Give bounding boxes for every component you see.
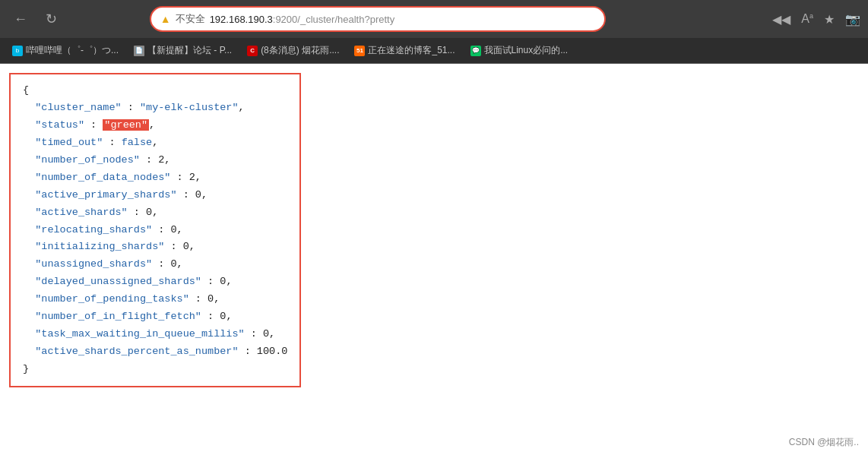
bookmark-forum-label: 【新提醒】论坛 - P...: [147, 44, 232, 57]
address-bar[interactable]: ▲ 不安全 192.168.190.3:9200/_cluster/health…: [150, 6, 606, 32]
val-initializing: 0: [183, 241, 189, 252]
json-response-box: { "cluster_name" : "my-elk-cluster", "st…: [9, 73, 301, 387]
key-initializing: "initializing_shards": [35, 241, 164, 252]
reader-mode-icon[interactable]: ◀◀: [772, 12, 790, 27]
nav-bar: ← ↻ ▲ 不安全 192.168.190.3:9200/_cluster/he…: [0, 0, 868, 38]
json-line-primary-shards: "active_primary_shards" : 0,: [23, 187, 287, 204]
json-line-initializing: "initializing_shards" : 0,: [23, 239, 287, 256]
key-cluster-name: "cluster_name": [35, 102, 121, 113]
bookmark-51[interactable]: 51 正在迷途的博客_51...: [348, 42, 461, 59]
warning-icon: ▲: [160, 13, 171, 25]
json-line-cluster-name: "cluster_name" : "my-elk-cluster",: [23, 100, 287, 117]
bookmarks-bar: b 哔哩哔哩（゜-゜）つ... 📄 【新提醒】论坛 - P... C (8条消息…: [0, 38, 868, 64]
back-button[interactable]: ←: [8, 8, 33, 30]
url-host: 192.168.190.3: [210, 14, 273, 25]
json-line-in-flight: "number_of_in_flight_fetch" : 0,: [23, 308, 287, 326]
favorite-icon[interactable]: ★: [824, 12, 835, 27]
key-status: "status": [35, 119, 84, 131]
key-task-max: "task_max_waiting_in_queue_millis": [35, 328, 244, 340]
val-primary-shards: 0: [195, 189, 201, 201]
json-line-data-nodes: "number_of_data_nodes" : 2,: [23, 169, 287, 187]
key-nodes: "number_of_nodes": [35, 154, 140, 166]
bookmark-wx[interactable]: 💬 我面试Linux必问的...: [464, 42, 575, 59]
key-in-flight: "number_of_in_flight_fetch": [35, 311, 201, 322]
json-open-brace: {: [23, 82, 287, 100]
bili-icon: b: [12, 46, 23, 56]
not-secure-label: 不安全: [176, 12, 205, 26]
json-line-nodes: "number_of_nodes" : 2,: [23, 152, 287, 169]
bookmark-forum[interactable]: 📄 【新提醒】论坛 - P...: [128, 42, 238, 59]
51-icon: 51: [354, 46, 365, 56]
font-icon[interactable]: Aa: [801, 12, 813, 26]
bookmark-csdn[interactable]: C (8条消息) 烟花雨....: [241, 42, 345, 59]
wx-icon: 💬: [470, 46, 481, 56]
json-close-brace: }: [23, 361, 287, 378]
bookmark-bili-label: 哔哩哔哩（゜-゜）つ...: [26, 44, 119, 57]
key-relocating: "relocating_shards": [35, 224, 152, 235]
val-nodes: 2: [158, 154, 164, 166]
val-delayed: 0: [220, 276, 226, 287]
browser-chrome: ← ↻ ▲ 不安全 192.168.190.3:9200/_cluster/he…: [0, 0, 868, 64]
val-status: "green": [103, 119, 149, 131]
refresh-button[interactable]: ↻: [40, 8, 63, 30]
forum-icon: 📄: [134, 46, 144, 56]
key-data-nodes: "number_of_data_nodes": [35, 172, 170, 183]
val-task-max: 0: [263, 328, 269, 340]
json-line-status: "status" : "green",: [23, 117, 287, 134]
json-line-percent: "active_shards_percent_as_number" : 100.…: [23, 343, 287, 361]
val-relocating: 0: [170, 224, 176, 235]
csdn-icon: C: [247, 46, 258, 56]
val-cluster-name: "my-elk-cluster": [140, 102, 239, 113]
url-path: :9200/_cluster/health?pretty: [273, 14, 394, 25]
val-active-shards: 0: [146, 207, 152, 218]
bookmark-51-label: 正在迷途的博客_51...: [368, 44, 455, 57]
json-line-task-max: "task_max_waiting_in_queue_millis" : 0,: [23, 326, 287, 343]
content-area: { "cluster_name" : "my-elk-cluster", "st…: [0, 64, 868, 455]
key-primary-shards: "active_primary_shards": [35, 189, 176, 201]
address-url: 192.168.190.3:9200/_cluster/health?prett…: [210, 14, 595, 25]
val-pending-tasks: 0: [207, 293, 214, 305]
json-line-timed-out: "timed_out" : false,: [23, 134, 287, 152]
key-active-shards: "active_shards": [35, 207, 128, 218]
val-timed-out: false: [122, 137, 153, 148]
key-pending-tasks: "number_of_pending_tasks": [35, 293, 189, 305]
collections-icon[interactable]: 📷: [845, 12, 860, 27]
key-delayed: "delayed_unassigned_shards": [35, 276, 201, 287]
footer: CSDN @烟花雨..: [789, 436, 859, 449]
val-unassigned: 0: [170, 258, 176, 270]
bookmark-csdn-label: (8条消息) 烟花雨....: [261, 44, 339, 57]
key-percent: "active_shards_percent_as_number": [35, 346, 238, 357]
json-line-unassigned: "unassigned_shards" : 0,: [23, 256, 287, 273]
val-percent: 100.0: [257, 346, 288, 357]
bookmark-wx-label: 我面试Linux必问的...: [484, 44, 569, 57]
json-line-pending-tasks: "number_of_pending_tasks" : 0,: [23, 291, 287, 308]
browser-action-icons: ◀◀ Aa ★ 📷: [772, 12, 860, 27]
val-data-nodes: 2: [189, 172, 195, 183]
json-line-delayed: "delayed_unassigned_shards" : 0,: [23, 273, 287, 291]
val-in-flight: 0: [220, 311, 226, 322]
bookmark-bili[interactable]: b 哔哩哔哩（゜-゜）つ...: [6, 42, 125, 59]
json-line-relocating: "relocating_shards" : 0,: [23, 222, 287, 239]
key-timed-out: "timed_out": [35, 137, 103, 148]
footer-text: CSDN @烟花雨..: [789, 437, 859, 447]
json-line-active-shards: "active_shards" : 0,: [23, 204, 287, 222]
key-unassigned: "unassigned_shards": [35, 258, 152, 270]
